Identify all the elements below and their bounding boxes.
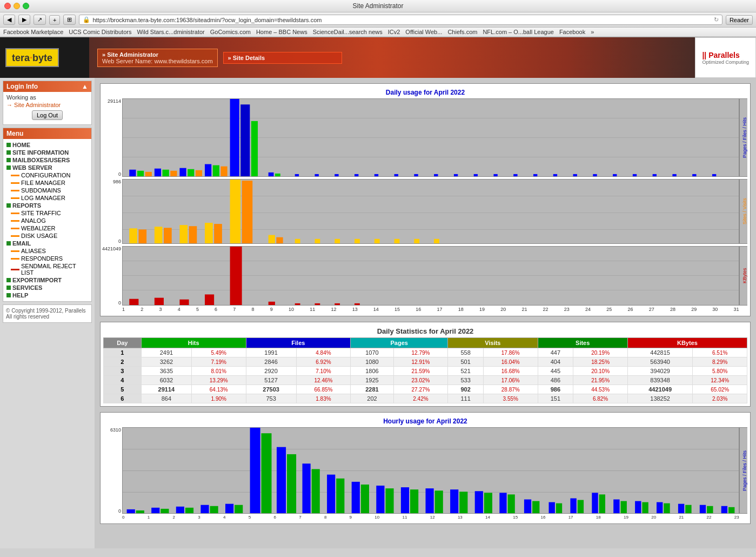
bookmark-facebook-marketplace[interactable]: Facebook Marketplace [3, 29, 63, 35]
bookmark-ucs[interactable]: UCS Comic Distributors [69, 29, 131, 35]
bookmark-nfl[interactable]: NFL.com – O...ball League [483, 29, 553, 35]
svg-rect-129 [700, 505, 706, 513]
sidebar-item-responders[interactable]: RESPONDERS [4, 255, 90, 262]
y-label-kbytes: KBytes [739, 246, 747, 306]
orange-dash-icon [11, 190, 19, 191]
svg-rect-58 [315, 239, 320, 243]
svg-rect-83 [151, 508, 159, 513]
browser-chrome: Site Administrator ◀ ▶ ↗ + ⊞ 🔒 https://b… [0, 0, 756, 37]
reader-button[interactable]: Reader [726, 15, 753, 25]
sidebar-item-sendmail[interactable]: SENDMAIL REJECT LIST [4, 262, 90, 276]
sidebar-item-configuration[interactable]: CONFIGURATION [4, 171, 90, 179]
share-button[interactable]: ↗ [34, 15, 46, 25]
svg-rect-112 [508, 494, 515, 513]
svg-rect-19 [275, 174, 280, 176]
svg-rect-62 [394, 239, 400, 243]
parallels-brand: || Parallels [702, 51, 739, 59]
bookmark-gocomics[interactable]: GoComics.com [210, 29, 251, 35]
bookmark-sciencedaily[interactable]: ScienceDail...search news [313, 29, 383, 35]
bookmark-facebook[interactable]: Facebook [559, 29, 585, 35]
svg-rect-34 [573, 174, 577, 176]
sidebar-item-reports[interactable]: REPORTS [4, 202, 90, 209]
sidebar-item-help[interactable]: HELP [4, 291, 90, 299]
maximize-button[interactable] [23, 3, 29, 9]
sidebar-item-export[interactable]: EXPORT/IMPORT [4, 276, 90, 284]
svg-rect-120 [599, 494, 605, 513]
minimize-button[interactable] [14, 3, 20, 9]
header-panels: » Site Administrator Web Server Name: ww… [97, 49, 687, 67]
svg-rect-64 [434, 239, 439, 243]
svg-rect-5 [145, 172, 152, 176]
svg-rect-96 [312, 469, 320, 513]
svg-rect-97 [327, 475, 335, 513]
svg-rect-35 [593, 174, 597, 176]
bookmarks-button[interactable]: ⊞ [63, 15, 76, 25]
sidebar-item-mailboxes[interactable]: MAILBOXES/USERS [4, 156, 90, 164]
bookmarks-more[interactable]: » [591, 29, 594, 35]
svg-rect-68 [129, 299, 138, 305]
site-details-label: » Site Details [228, 55, 337, 61]
orange-dash-icon [11, 235, 19, 237]
sidebar-item-analog[interactable]: ANALOG [4, 217, 90, 224]
logout-button[interactable]: Log Out [32, 110, 63, 120]
logo-area: tera·byte [0, 37, 89, 78]
sidebar-item-email[interactable]: EMAIL [4, 240, 90, 247]
svg-rect-127 [678, 504, 684, 513]
svg-rect-45 [129, 228, 137, 243]
bookmark-official-web[interactable]: Official Web... [405, 29, 442, 35]
sidebar-item-site-info[interactable]: SITE INFORMATION [4, 149, 90, 156]
sidebar-item-log-manager[interactable]: LOG MANAGER [4, 194, 90, 202]
sidebar-item-file-manager[interactable]: FILE MANAGER [4, 179, 90, 187]
hourly-chart-section: Hourly usage for April 2022 6310 0 [100, 412, 751, 524]
th-sites: Sites [538, 338, 627, 348]
bookmark-wildstars[interactable]: Wild Stars.c...dministrator [137, 29, 204, 35]
svg-rect-109 [475, 491, 483, 513]
forward-button[interactable]: ▶ [18, 15, 30, 25]
sidebar-item-subdomains[interactable]: SUBDOMAINS [4, 187, 90, 194]
sidebar-item-disk-usage[interactable]: DISK USAGE [4, 232, 90, 240]
green-dot-icon [6, 203, 11, 208]
bookmark-bbc[interactable]: Home – BBC News [256, 29, 307, 35]
daily-sites-chart [123, 180, 739, 243]
svg-rect-94 [287, 454, 296, 513]
navigation-bar: ◀ ▶ ↗ + ⊞ 🔒 https://brockman.tera-byte.c… [0, 12, 756, 28]
sidebar-item-web-server[interactable]: WEB SERVER [4, 164, 90, 171]
orange-dash-icon [11, 220, 19, 222]
stats-table: Day Hits Files Pages Visits Sites KBytes… [103, 337, 747, 403]
svg-rect-37 [633, 174, 637, 176]
svg-rect-86 [185, 508, 193, 513]
traffic-lights [4, 3, 29, 9]
address-bar[interactable]: 🔒 https://brockman.tera-byte.com:19638/s… [79, 15, 722, 25]
svg-rect-84 [160, 509, 169, 513]
svg-rect-50 [189, 226, 197, 243]
web-server-value: www.thewildstars.com [154, 58, 212, 64]
sidebar-item-webalizer[interactable]: WEBALIZER [4, 224, 90, 232]
svg-rect-36 [613, 174, 617, 176]
close-button[interactable] [4, 3, 11, 9]
sidebar-item-services[interactable]: SERVICES [4, 284, 90, 291]
site-admin-link[interactable]: Site Administrator [6, 102, 88, 108]
svg-rect-103 [401, 487, 409, 513]
new-tab-button[interactable]: + [49, 15, 60, 25]
svg-rect-49 [179, 225, 188, 243]
sidebar-item-aliases[interactable]: ALIASES [4, 247, 90, 255]
th-files: Files [246, 338, 351, 348]
svg-rect-56 [276, 237, 283, 243]
svg-rect-40 [692, 174, 696, 176]
working-as-label: Working as [6, 94, 88, 101]
svg-rect-32 [533, 174, 537, 176]
refresh-icon[interactable]: ↻ [714, 16, 719, 23]
back-button[interactable]: ◀ [3, 15, 15, 25]
web-server-label: Web Server Name: [102, 58, 152, 64]
sidebar-item-site-traffic[interactable]: SITE TRAFFIC [4, 209, 90, 217]
y-zero-hits: 0 [118, 171, 121, 177]
svg-rect-46 [138, 229, 146, 243]
hourly-x-labels: 01234567891011121314151617181920212223 [122, 514, 739, 521]
bookmark-icv2[interactable]: ICv2 [388, 29, 400, 35]
sidebar: Login Info ▲ Working as Site Administrat… [0, 78, 95, 548]
svg-rect-114 [532, 501, 539, 513]
collapse-icon[interactable]: ▲ [82, 83, 88, 90]
hourly-chart-svg [123, 428, 739, 513]
bookmark-chiefs[interactable]: Chiefs.com [447, 29, 477, 35]
sidebar-item-home[interactable]: HOME [4, 141, 90, 149]
